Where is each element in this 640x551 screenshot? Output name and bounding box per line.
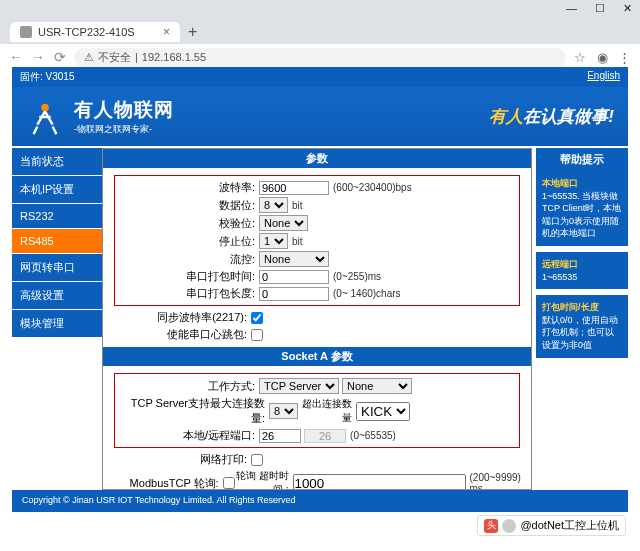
menu-icon[interactable]: ⋮ (616, 50, 632, 65)
pkt-len-input[interactable] (259, 287, 329, 301)
netprint-label: 网络打印: (111, 452, 251, 467)
maxconn-label: TCP Server支持最大连接数量: (119, 396, 269, 426)
netprint-checkbox[interactable] (251, 454, 263, 466)
stopbits-label: 停止位: (119, 234, 259, 249)
modbus-label: ModbusTCP 轮询: (111, 476, 223, 491)
insecure-label: 不安全 (98, 50, 131, 65)
flow-select[interactable]: None (259, 251, 329, 267)
flow-label: 流控: (119, 252, 259, 267)
nav-reload-icon[interactable]: ⟳ (52, 49, 68, 65)
win-max-icon[interactable]: ☐ (595, 2, 605, 20)
help-title: 帮助提示 (536, 148, 628, 171)
footer: Copyright © Jinan USR IOT Technology Lim… (12, 490, 628, 512)
pkt-len-hint: (0~ 1460)chars (329, 288, 401, 299)
serial-params-box: 波特率:(600~230400)bps 数据位:8bit 校验位:None 停止… (114, 175, 520, 306)
win-min-icon[interactable]: — (566, 2, 577, 20)
sidebar: 当前状态 本机IP设置 RS232 RS485 网页转串口 高级设置 模块管理 (12, 148, 102, 490)
baud-hint: (600~230400)bps (329, 182, 412, 193)
nav-back-icon[interactable]: ← (8, 49, 24, 65)
overlay-user: @dotNet工控上位机 (520, 518, 619, 533)
tab-title: USR-TCP232-410S (38, 26, 135, 38)
sidebar-item-advanced[interactable]: 高级设置 (12, 282, 102, 310)
parity-select[interactable]: None (259, 215, 308, 231)
port-hint: (0~65535) (346, 430, 396, 441)
profile-icon[interactable]: ◉ (594, 50, 610, 65)
toutiao-icon: 头 (484, 519, 498, 533)
sidebar-item-ip[interactable]: 本机IP设置 (12, 176, 102, 204)
svg-point-0 (41, 103, 49, 111)
english-link[interactable]: English (587, 70, 620, 84)
win-close-icon[interactable]: ✕ (623, 2, 632, 20)
pkt-time-input[interactable] (259, 270, 329, 284)
sidebar-item-rs485[interactable]: RS485 (12, 229, 102, 254)
socket-a-title: Socket A 参数 (103, 347, 531, 366)
baud-input[interactable] (259, 181, 329, 195)
work-mode-label: 工作方式: (119, 379, 259, 394)
exceed-select[interactable]: KICK (356, 402, 410, 421)
tab-favicon-icon (20, 26, 32, 38)
nav-forward-icon[interactable]: → (30, 49, 46, 65)
logo-subtitle: -物联网之联网专家- (74, 123, 174, 136)
help-box-2: 远程端口1~65535 (536, 252, 628, 289)
insecure-icon: ⚠ (84, 51, 94, 64)
stopbits-select[interactable]: 1 (259, 233, 288, 249)
address-bar[interactable]: ⚠ 不安全 | 192.168.1.55 (74, 48, 566, 67)
sidebar-item-module[interactable]: 模块管理 (12, 310, 102, 338)
port-label: 本地/远程端口: (119, 428, 259, 443)
socket-a-box: 工作方式:TCP Server None TCP Server支持最大连接数量:… (114, 373, 520, 448)
copyright-text: Copyright © Jinan USR IOT Technology Lim… (22, 495, 295, 505)
pkt-len-label: 串口打包长度: (119, 286, 259, 301)
browser-tab[interactable]: USR-TCP232-410S × (10, 22, 180, 42)
pkt-time-label: 串口打包时间: (119, 269, 259, 284)
exceed-label: 超出连接数量 (298, 397, 356, 425)
parity-label: 校验位: (119, 216, 259, 231)
polltime-hint: (200~9999) ms (466, 472, 523, 490)
url-text: 192.168.1.55 (142, 51, 206, 63)
main-panel: 参数 波特率:(600~230400)bps 数据位:8bit 校验位:None… (102, 148, 532, 490)
baud-label: 波特率: (119, 180, 259, 195)
section-title: 参数 (103, 149, 531, 168)
polltime-label: 轮询 超时时间 : (235, 469, 293, 490)
sidebar-item-rs232[interactable]: RS232 (12, 204, 102, 229)
serial-hb-label: 使能串口心跳包: (111, 327, 251, 342)
local-port-input[interactable] (259, 429, 301, 443)
slogan: 有人在认真做事! (489, 105, 614, 128)
logo-title: 有人物联网 (74, 97, 174, 123)
databits-label: 数据位: (119, 198, 259, 213)
help-box-1: 本地端口1~65535. 当模块做TCP Client时，本地端口为0表示使用随… (536, 171, 628, 246)
serial-hb-checkbox[interactable] (251, 329, 263, 341)
remote-port-display: 26 (304, 429, 346, 443)
firmware-label: 固件: V3015 (20, 70, 74, 84)
sync-baud-checkbox[interactable] (251, 312, 263, 324)
toutiao-overlay: 头 @dotNet工控上位机 (477, 515, 626, 536)
modbus-checkbox[interactable] (223, 477, 235, 489)
sidebar-item-web2serial[interactable]: 网页转串口 (12, 254, 102, 282)
tab-close-icon[interactable]: × (163, 25, 170, 39)
usr-logo-icon (26, 98, 64, 136)
bookmark-icon[interactable]: ☆ (572, 50, 588, 65)
maxconn-select[interactable]: 8 (269, 403, 298, 419)
work-mode-select2[interactable]: None (342, 378, 412, 394)
sidebar-item-status[interactable]: 当前状态 (12, 148, 102, 176)
polltime-input[interactable] (293, 474, 466, 491)
sync-baud-label: 同步波特率(2217): (111, 310, 251, 325)
help-box-3: 打包时间/长度默认0/0，使用自动打包机制；也可以设置为非0值 (536, 295, 628, 357)
new-tab-button[interactable]: + (180, 23, 205, 41)
work-mode-select[interactable]: TCP Server (259, 378, 339, 394)
pkt-time-hint: (0~255)ms (329, 271, 381, 282)
avatar-icon (502, 519, 516, 533)
databits-select[interactable]: 8 (259, 197, 288, 213)
